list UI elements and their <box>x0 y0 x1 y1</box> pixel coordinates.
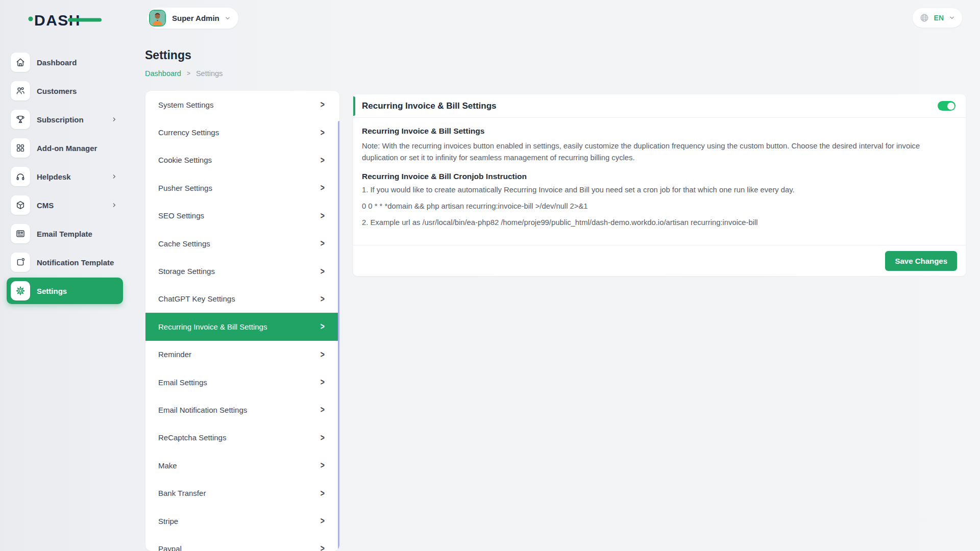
grid-icon <box>11 138 30 158</box>
sidebar-item-label: Dashboard <box>37 58 131 67</box>
breadcrumb-current: Settings <box>196 69 223 78</box>
settings-menu-item-chatgpt-key-settings[interactable]: ChatGPT Key Settings> <box>145 285 339 313</box>
menu-item-label: Email Settings <box>158 378 207 387</box>
chevron-right-icon: > <box>321 266 325 277</box>
menu-item-label: Make <box>158 461 177 470</box>
sidebar-item-notification-template[interactable]: Notification Template <box>0 248 131 277</box>
breadcrumb-dashboard-link[interactable]: Dashboard <box>145 69 181 78</box>
section-heading: Recurring Invoice & Bill Settings <box>362 127 957 136</box>
sidebar-item-email-template[interactable]: Email Template <box>0 219 131 248</box>
menu-item-label: Recurring Invoice & Bill Settings <box>158 322 267 331</box>
sidebar: DASH DashboardCustomersSubscriptionAdd-o… <box>0 0 131 551</box>
settings-menu-item-currency-settings[interactable]: Currency Settings> <box>145 118 339 146</box>
package-icon <box>11 195 30 215</box>
settings-menu-item-make[interactable]: Make> <box>145 452 339 479</box>
sidebar-item-label: Notification Template <box>37 258 131 267</box>
settings-menu-item-cache-settings[interactable]: Cache Settings> <box>145 230 339 257</box>
dash-logo: DASH <box>28 10 105 32</box>
profile-name: Super Admin <box>172 14 219 22</box>
notification-icon <box>11 253 30 272</box>
settings-menu-item-reminder[interactable]: Reminder> <box>145 341 339 368</box>
panel-accent-bar <box>353 96 355 116</box>
sidebar-item-subscription[interactable]: Subscription <box>0 105 131 134</box>
sidebar-item-add-on-manager[interactable]: Add-on Manager <box>0 134 131 162</box>
language-code: EN <box>934 14 944 22</box>
settings-menu-item-pusher-settings[interactable]: Pusher Settings> <box>145 174 339 202</box>
chevron-right-icon: > <box>321 211 325 221</box>
menu-item-label: Email Notification Settings <box>158 406 247 414</box>
sidebar-item-label: CMS <box>37 201 111 210</box>
settings-note: Note: With the recurring invoices button… <box>362 140 957 164</box>
panel-header: Recurring Invoice & Bill Settings <box>353 94 966 118</box>
sidebar-item-label: Customers <box>37 87 131 95</box>
chevron-right-icon: > <box>321 155 325 165</box>
chevron-right-icon: > <box>321 349 325 360</box>
menu-item-label: Pusher Settings <box>158 184 212 192</box>
sidebar-item-customers[interactable]: Customers <box>0 77 131 105</box>
recurring-settings-panel: Recurring Invoice & Bill Settings Recurr… <box>353 94 966 276</box>
menu-item-label: Stripe <box>158 517 178 525</box>
chevron-down-icon <box>224 15 231 22</box>
recurring-enabled-toggle[interactable] <box>938 101 955 111</box>
settings-menu-item-recaptcha-settings[interactable]: ReCaptcha Settings> <box>145 424 339 452</box>
settings-menu-item-system-settings[interactable]: System Settings> <box>145 91 339 118</box>
sidebar-item-dashboard[interactable]: Dashboard <box>0 48 131 77</box>
menu-item-label: Reminder <box>158 350 191 359</box>
chevron-right-icon: > <box>321 460 325 470</box>
menu-item-label: ReCaptcha Settings <box>158 433 226 442</box>
users-icon <box>11 81 30 101</box>
settings-menu-scrollbar[interactable] <box>338 121 339 551</box>
avatar <box>149 10 166 27</box>
menu-item-label: Bank Transfer <box>158 489 206 497</box>
sidebar-item-settings[interactable]: Settings <box>0 277 131 305</box>
trophy-icon <box>11 110 30 129</box>
chevron-right-icon: > <box>321 405 325 415</box>
panel-footer: Save Changes <box>353 245 966 276</box>
chevron-right-icon: > <box>321 377 325 387</box>
settings-menu-item-paypal[interactable]: Paypal> <box>145 535 339 551</box>
settings-menu-item-recurring-invoice-bill-settings[interactable]: Recurring Invoice & Bill Settings> <box>145 313 339 340</box>
menu-item-label: Cookie Settings <box>158 156 212 164</box>
chevron-right-icon <box>111 202 118 209</box>
chevron-right-icon: > <box>321 488 325 498</box>
language-selector[interactable]: EN <box>913 8 962 28</box>
menu-item-label: Currency Settings <box>158 128 219 137</box>
menu-item-label: System Settings <box>158 101 213 109</box>
chevron-right-icon <box>111 173 118 180</box>
save-changes-button[interactable]: Save Changes <box>885 251 957 271</box>
sidebar-item-cms[interactable]: CMS <box>0 191 131 219</box>
settings-menu-item-storage-settings[interactable]: Storage Settings> <box>145 257 339 285</box>
sidebar-item-label: Helpdesk <box>37 172 111 181</box>
sidebar-item-helpdesk[interactable]: Helpdesk <box>0 162 131 191</box>
settings-menu-item-email-notification-settings[interactable]: Email Notification Settings> <box>145 396 339 423</box>
settings-menu-item-seo-settings[interactable]: SEO Settings> <box>145 202 339 230</box>
chevron-right-icon <box>111 116 118 123</box>
chevron-right-icon: > <box>321 238 325 248</box>
panel-title: Recurring Invoice & Bill Settings <box>362 101 497 111</box>
cron-instruction-2: 2. Example url as /usr/local/bin/ea-php8… <box>362 218 957 227</box>
sidebar-item-label: Email Template <box>37 230 131 238</box>
menu-item-label: Storage Settings <box>158 267 215 276</box>
gear-icon <box>11 281 30 300</box>
chevron-right-icon: > <box>321 294 325 304</box>
globe-icon <box>919 13 929 23</box>
chevron-down-icon <box>948 14 955 21</box>
settings-menu-item-email-settings[interactable]: Email Settings> <box>145 368 339 396</box>
layout-icon <box>11 224 30 243</box>
headset-icon <box>11 167 30 186</box>
chevron-right-icon: > <box>321 516 325 526</box>
settings-menu-item-bank-transfer[interactable]: Bank Transfer> <box>145 479 339 507</box>
settings-menu-list: System Settings>Currency Settings>Cookie… <box>145 91 339 551</box>
menu-item-label: SEO Settings <box>158 211 204 220</box>
sidebar-item-label: Add-on Manager <box>37 144 131 153</box>
settings-menu-item-cookie-settings[interactable]: Cookie Settings> <box>145 146 339 174</box>
breadcrumb-separator: > <box>187 70 190 77</box>
chevron-right-icon: > <box>321 433 325 443</box>
page-title: Settings <box>145 48 191 62</box>
chevron-right-icon: > <box>321 183 325 193</box>
settings-menu-item-stripe[interactable]: Stripe> <box>145 507 339 535</box>
profile-menu-button[interactable]: Super Admin <box>147 8 238 29</box>
cron-instruction-1: 1. If you would like to create automatic… <box>362 186 957 194</box>
sidebar-item-label: Settings <box>37 287 131 295</box>
cronjob-heading: Recurring Invoice & Bill Cronjob Instruc… <box>362 172 957 181</box>
